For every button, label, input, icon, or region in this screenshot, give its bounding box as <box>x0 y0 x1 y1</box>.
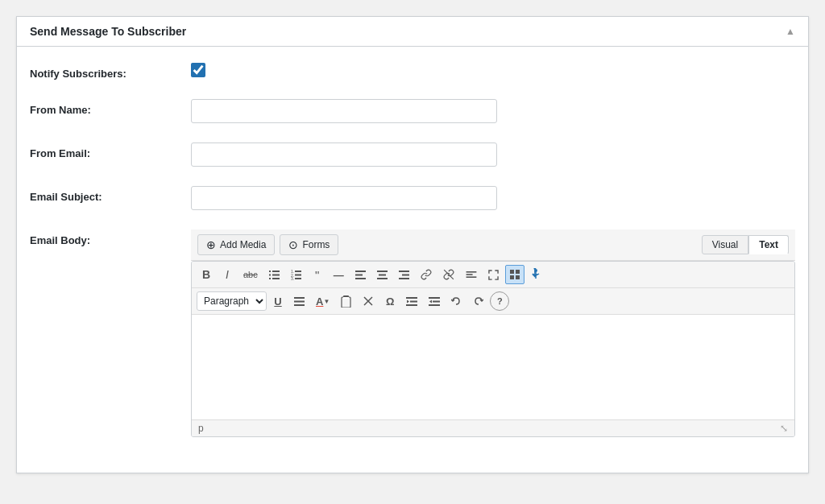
collapse-icon[interactable]: ▲ <box>786 26 795 37</box>
svg-rect-24 <box>466 276 476 278</box>
notify-subscribers-control <box>191 63 795 80</box>
svg-rect-7 <box>295 271 301 272</box>
color-dropdown-arrow: ▼ <box>323 298 330 305</box>
editor-footer: p ⤡ <box>192 419 794 436</box>
notify-subscribers-row: Notify Subscribers: <box>30 63 795 80</box>
svg-rect-45 <box>429 304 440 306</box>
visual-tab[interactable]: Visual <box>702 235 748 254</box>
unlink-button[interactable] <box>438 265 459 284</box>
svg-rect-9 <box>295 274 301 275</box>
from-name-input[interactable] <box>191 99 497 123</box>
resize-handle[interactable]: ⤡ <box>780 423 788 434</box>
forms-button[interactable]: ⊙ Forms <box>280 234 338 255</box>
text-tab[interactable]: Text <box>748 235 789 254</box>
underline-button[interactable]: U <box>268 291 288 311</box>
italic-button[interactable]: I <box>218 265 237 284</box>
email-body-row: Email Body: ⊕ Add Media ⊙ Forms <box>30 229 795 437</box>
svg-point-30 <box>534 269 537 272</box>
svg-rect-39 <box>406 297 417 299</box>
editor-container: B I abc 1.2.3. " — <box>191 261 795 437</box>
from-email-input[interactable] <box>191 143 497 167</box>
svg-rect-25 <box>510 270 514 274</box>
svg-marker-46 <box>429 300 432 303</box>
clear-formatting-button[interactable] <box>358 291 379 311</box>
svg-rect-2 <box>269 274 271 275</box>
svg-rect-15 <box>377 271 388 272</box>
svg-rect-22 <box>466 271 476 273</box>
email-body-control: ⊕ Add Media ⊙ Forms Visual Text <box>191 229 795 437</box>
toolbar-toggle-button[interactable] <box>505 265 524 284</box>
forms-icon: ⊙ <box>288 238 298 251</box>
svg-rect-17 <box>377 278 388 279</box>
align-right-button[interactable] <box>394 265 414 284</box>
editor-top-left: ⊕ Add Media ⊙ Forms <box>197 234 338 255</box>
add-media-label: Add Media <box>220 239 266 250</box>
special-chars-button[interactable]: Ω <box>380 291 400 311</box>
email-subject-input[interactable] <box>191 186 497 210</box>
notify-subscribers-label: Notify Subscribers: <box>30 63 191 80</box>
bold-button[interactable]: B <box>197 265 216 284</box>
strikethrough-button[interactable]: abc <box>238 265 263 284</box>
svg-rect-28 <box>516 275 520 279</box>
blockquote-button[interactable]: " <box>308 265 327 284</box>
email-subject-control <box>191 186 795 210</box>
indent-button[interactable] <box>424 291 445 311</box>
align-left-button[interactable] <box>350 265 371 284</box>
paste-button[interactable] <box>336 291 356 311</box>
svg-text:3.: 3. <box>291 276 294 280</box>
horizontal-rule-button[interactable]: — <box>329 265 349 284</box>
toolbar-row-2: Paragraph U A ▼ <box>192 288 794 315</box>
fullscreen-button[interactable] <box>483 265 504 284</box>
ordered-list-button[interactable]: 1.2.3. <box>286 265 306 284</box>
svg-rect-36 <box>343 297 349 299</box>
panel-body: Notify Subscribers: From Name: From Emai… <box>17 47 808 473</box>
unordered-list-button[interactable] <box>264 265 284 284</box>
svg-rect-11 <box>295 278 301 279</box>
notify-subscribers-checkbox[interactable] <box>191 63 205 77</box>
svg-rect-5 <box>272 278 280 279</box>
svg-rect-32 <box>294 300 305 302</box>
svg-rect-41 <box>406 304 417 306</box>
anchor-button[interactable] <box>526 265 545 284</box>
svg-rect-40 <box>410 300 417 302</box>
editor-view-tabs: Visual Text <box>702 235 789 254</box>
svg-rect-23 <box>466 274 472 275</box>
svg-rect-43 <box>429 297 440 299</box>
svg-rect-27 <box>510 275 514 279</box>
from-name-row: From Name: <box>30 99 795 123</box>
svg-rect-4 <box>269 278 271 279</box>
editor-content-area[interactable] <box>192 315 794 419</box>
outdent-button[interactable] <box>401 291 422 311</box>
svg-rect-26 <box>516 270 520 274</box>
redo-button[interactable] <box>468 291 488 311</box>
from-email-row: From Email: <box>30 143 795 167</box>
svg-rect-18 <box>399 271 409 272</box>
justify-button[interactable] <box>289 291 309 311</box>
paragraph-select[interactable]: Paragraph <box>197 291 267 311</box>
add-media-icon: ⊕ <box>206 238 216 251</box>
svg-rect-13 <box>355 274 363 275</box>
svg-rect-44 <box>433 300 440 302</box>
panel-title: Send Message To Subscriber <box>30 25 186 38</box>
editor-tag-indicator: p <box>198 423 204 434</box>
from-name-control <box>191 99 795 123</box>
forms-label: Forms <box>302 239 330 250</box>
email-body-label: Email Body: <box>30 229 191 246</box>
from-email-label: From Email: <box>30 143 191 159</box>
add-media-button[interactable]: ⊕ Add Media <box>197 234 275 255</box>
from-name-label: From Name: <box>30 99 191 116</box>
panel-header: Send Message To Subscriber ▲ <box>17 17 808 47</box>
svg-rect-19 <box>402 274 409 275</box>
svg-rect-20 <box>399 278 409 279</box>
link-button[interactable] <box>416 265 437 284</box>
email-subject-row: Email Subject: <box>30 186 795 210</box>
align-center-button[interactable] <box>372 265 392 284</box>
help-button[interactable]: ? <box>490 291 509 311</box>
undo-button[interactable] <box>446 291 466 311</box>
send-message-panel: Send Message To Subscriber ▲ Notify Subs… <box>16 16 809 473</box>
editor-top-bar: ⊕ Add Media ⊙ Forms Visual Text <box>191 229 795 261</box>
svg-rect-12 <box>355 271 366 272</box>
more-horizontal-button[interactable] <box>461 265 482 284</box>
font-color-button[interactable]: A ▼ <box>311 291 334 311</box>
toolbar-row-1: B I abc 1.2.3. " — <box>192 262 794 288</box>
